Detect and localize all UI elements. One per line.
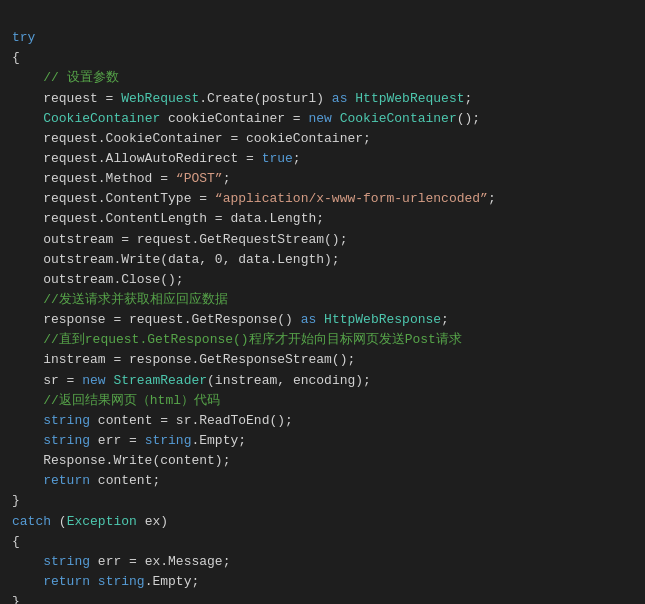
code-line: request.ContentType = “application/x-www… [12, 189, 633, 209]
code-token: //返回结果网页（html）代码 [12, 393, 220, 408]
code-token: ; [488, 191, 496, 206]
code-token: true [262, 151, 293, 166]
code-token: as [301, 312, 317, 327]
code-token: request.CookieContainer = cookieContaine… [12, 131, 371, 146]
code-token: .Create(posturl) [199, 91, 332, 106]
code-token: (instream, encoding); [207, 373, 371, 388]
code-token: } [12, 493, 20, 508]
code-token [332, 111, 340, 126]
code-token: return [43, 574, 90, 589]
code-token: return [43, 473, 90, 488]
code-token: ( [51, 514, 67, 529]
code-token: HttpWebRequest [355, 91, 464, 106]
code-line: return content; [12, 471, 633, 491]
code-token: string [43, 413, 90, 428]
code-token: outstream.Write(data, 0, data.Length); [12, 252, 340, 267]
code-token: “application/x-www-form-urlencoded” [215, 191, 488, 206]
code-token: sr = [12, 373, 82, 388]
code-token: err = [90, 433, 145, 448]
code-line: sr = new StreamReader(instream, encoding… [12, 371, 633, 391]
code-line: outstream.Close(); [12, 270, 633, 290]
code-token: StreamReader [113, 373, 207, 388]
code-line: return string.Empty; [12, 572, 633, 592]
code-token: cookieContainer = [160, 111, 308, 126]
code-token: CookieContainer [340, 111, 457, 126]
code-token: as [332, 91, 348, 106]
code-token: Response.Write(content); [12, 453, 230, 468]
code-token: request = [12, 91, 121, 106]
code-token: request.ContentType = [12, 191, 215, 206]
code-line: } [12, 592, 633, 604]
code-line: string err = string.Empty; [12, 431, 633, 451]
code-token: (); [457, 111, 480, 126]
code-token: content = sr.ReadToEnd(); [90, 413, 293, 428]
code-token: request.AllowAutoRedirect = [12, 151, 262, 166]
code-token [12, 554, 43, 569]
code-token: CookieContainer [43, 111, 160, 126]
code-token: catch [12, 514, 51, 529]
code-token: { [12, 534, 20, 549]
code-token: WebRequest [121, 91, 199, 106]
code-line: request.CookieContainer = cookieContaine… [12, 129, 633, 149]
code-token: string [98, 574, 145, 589]
code-line: request = WebRequest.Create(posturl) as … [12, 89, 633, 109]
code-token [12, 473, 43, 488]
code-token: //发送请求并获取相应回应数据 [12, 292, 228, 307]
code-token: ; [293, 151, 301, 166]
code-line: // 设置参数 [12, 68, 633, 88]
code-line: Response.Write(content); [12, 451, 633, 471]
code-token: try [12, 30, 35, 45]
code-line: request.AllowAutoRedirect = true; [12, 149, 633, 169]
code-token: HttpWebResponse [324, 312, 441, 327]
code-token: ex) [137, 514, 168, 529]
code-line: { [12, 532, 633, 552]
code-token: // 设置参数 [12, 70, 119, 85]
code-token: Exception [67, 514, 137, 529]
code-token: outstream.Close(); [12, 272, 184, 287]
code-line: try [12, 28, 633, 48]
code-token: new [308, 111, 331, 126]
code-line: } [12, 491, 633, 511]
code-token: ; [441, 312, 449, 327]
code-token: } [12, 594, 20, 604]
code-token: ; [465, 91, 473, 106]
code-token: //直到request.GetResponse()程序才开始向目标网页发送Pos… [12, 332, 462, 347]
code-token: err = ex.Message; [90, 554, 230, 569]
code-token: content; [90, 473, 160, 488]
code-token: response = request.GetResponse() [12, 312, 301, 327]
code-line: outstream = request.GetRequestStream(); [12, 230, 633, 250]
code-token [12, 433, 43, 448]
code-line: //直到request.GetResponse()程序才开始向目标网页发送Pos… [12, 330, 633, 350]
code-line: catch (Exception ex) [12, 512, 633, 532]
code-line: CookieContainer cookieContainer = new Co… [12, 109, 633, 129]
code-token: outstream = request.GetRequestStream(); [12, 232, 347, 247]
code-token: instream = response.GetResponseStream(); [12, 352, 355, 367]
code-line: string content = sr.ReadToEnd(); [12, 411, 633, 431]
code-line: string err = ex.Message; [12, 552, 633, 572]
code-line: request.ContentLength = data.Length; [12, 209, 633, 229]
code-line: response = request.GetResponse() as Http… [12, 310, 633, 330]
code-line: instream = response.GetResponseStream(); [12, 350, 633, 370]
code-line: { [12, 48, 633, 68]
code-token [316, 312, 324, 327]
code-token: string [145, 433, 192, 448]
code-token: { [12, 50, 20, 65]
code-token [12, 111, 43, 126]
code-line: //返回结果网页（html）代码 [12, 391, 633, 411]
code-token: new [82, 373, 105, 388]
code-token: string [43, 554, 90, 569]
code-line: request.Method = “POST”; [12, 169, 633, 189]
code-line: //发送请求并获取相应回应数据 [12, 290, 633, 310]
code-line: outstream.Write(data, 0, data.Length); [12, 250, 633, 270]
code-token: “POST” [176, 171, 223, 186]
code-token: .Empty; [145, 574, 200, 589]
code-token: ; [223, 171, 231, 186]
code-token [12, 413, 43, 428]
code-token [12, 574, 43, 589]
code-token: string [43, 433, 90, 448]
code-token: .Empty; [191, 433, 246, 448]
code-editor: try{ // 设置参数 request = WebRequest.Create… [12, 8, 633, 604]
code-token: request.ContentLength = data.Length; [12, 211, 324, 226]
code-token: request.Method = [12, 171, 176, 186]
code-token [90, 574, 98, 589]
